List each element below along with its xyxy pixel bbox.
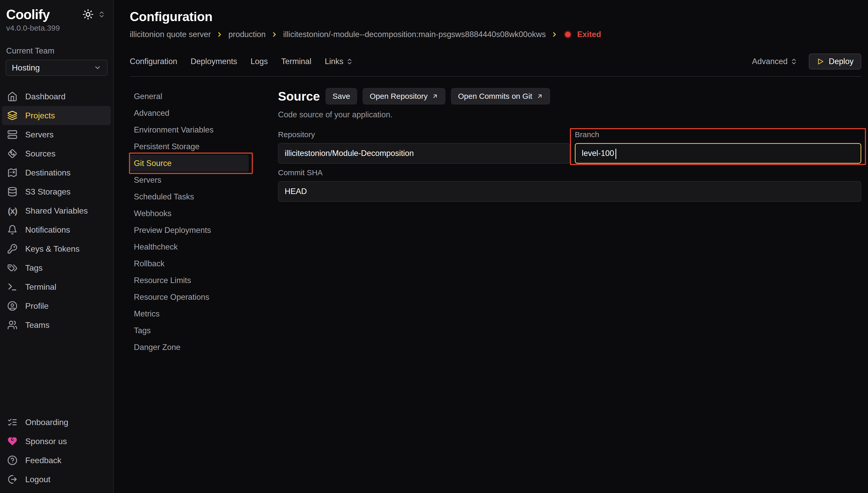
advanced-dropdown[interactable]: Advanced — [752, 57, 798, 66]
subnav-resource-operations[interactable]: Resource Operations — [130, 289, 249, 305]
sidebar-item-label: Projects — [25, 111, 55, 121]
sidebar-item-s3-storages[interactable]: S3 Storages — [2, 182, 111, 201]
source-section: Source Save Open Repository Open Commits… — [278, 88, 861, 493]
status-badge: Exited — [577, 30, 601, 39]
sidebar-item-notifications[interactable]: Notifications — [2, 220, 111, 239]
map-icon — [7, 168, 18, 178]
theme-updown-icon[interactable] — [98, 10, 106, 18]
sidebar-item-label: S3 Storages — [25, 187, 70, 197]
tab-terminal[interactable]: Terminal — [281, 57, 312, 66]
sidebar-item-destinations[interactable]: Destinations — [2, 163, 111, 182]
sidebar-item-feedback[interactable]: Feedback — [2, 451, 111, 470]
subnav-persistent-storage[interactable]: Persistent Storage — [130, 138, 249, 155]
app-logo: Coolify — [6, 8, 50, 21]
subnav-general[interactable]: General — [130, 88, 249, 105]
heart-icon — [7, 436, 18, 446]
source-heading: Source — [278, 89, 320, 103]
sidebar-item-projects[interactable]: Projects — [2, 106, 111, 125]
subnav-git-source[interactable]: Git Source — [130, 155, 249, 172]
external-link-icon — [536, 93, 543, 100]
subnav-metrics[interactable]: Metrics — [130, 305, 249, 322]
subnav-preview-deployments[interactable]: Preview Deployments — [130, 222, 249, 238]
sidebar: Coolify v4.0.0-beta.399 Current Team Hos… — [0, 0, 114, 493]
sidebar-item-label: Terminal — [25, 282, 56, 292]
subnav-healthcheck[interactable]: Healthcheck — [130, 238, 249, 255]
tab-bar: Configuration Deployments Logs Terminal … — [130, 53, 861, 69]
team-select[interactable]: Hosting — [6, 60, 108, 76]
sidebar-item-sources[interactable]: Sources — [2, 144, 111, 163]
subnav-tags[interactable]: Tags — [130, 322, 249, 339]
subnav-rollback[interactable]: Rollback — [130, 255, 249, 272]
tab-deployments[interactable]: Deployments — [190, 57, 237, 66]
subnav-environment-variables[interactable]: Environment Variables — [130, 122, 249, 138]
sidebar-item-keys-tokens[interactable]: Keys & Tokens — [2, 239, 111, 258]
server-icon — [7, 129, 18, 140]
commit-sha-input[interactable] — [278, 181, 861, 202]
sidebar-item-label: Shared Variables — [25, 206, 88, 216]
page-title: Configuration — [130, 9, 861, 24]
sidebar-item-label: Teams — [25, 320, 49, 330]
subnav-advanced[interactable]: Advanced — [130, 105, 249, 122]
sidebar-item-sponsor-us[interactable]: Sponsor us — [2, 432, 111, 451]
open-commits-button[interactable]: Open Commits on Git — [451, 88, 550, 105]
sidebar-item-onboarding[interactable]: Onboarding — [2, 413, 111, 432]
database-icon — [7, 187, 18, 197]
sidebar-item-logout[interactable]: Logout — [2, 470, 111, 489]
sidebar-item-label: Logout — [25, 475, 50, 484]
main-content: Configuration illicitonion quote server … — [114, 0, 868, 493]
status-dot-icon — [564, 30, 572, 39]
breadcrumb-environment[interactable]: production — [228, 30, 266, 39]
sidebar-item-label: Onboarding — [25, 417, 68, 427]
sidebar-item-label: Tags — [25, 263, 43, 273]
chevron-right-icon — [551, 31, 558, 38]
layers-icon — [7, 110, 18, 121]
current-team-label: Current Team — [6, 46, 113, 56]
sidebar-item-label: Keys & Tokens — [25, 244, 80, 254]
sidebar-item-label: Destinations — [25, 168, 70, 177]
commit-sha-label: Commit SHA — [278, 168, 861, 177]
branch-label: Branch — [575, 130, 861, 139]
sidebar-item-label: Notifications — [25, 225, 70, 235]
sidebar-item-shared-variables[interactable]: (x) Shared Variables — [2, 201, 111, 220]
sidebar-item-label: Feedback — [25, 456, 62, 465]
subnav-resource-limits[interactable]: Resource Limits — [130, 272, 249, 289]
checklist-icon — [7, 417, 18, 427]
sidebar-item-label: Servers — [25, 130, 54, 140]
users-icon — [7, 320, 18, 330]
home-icon — [7, 91, 18, 102]
branch-input[interactable] — [575, 143, 861, 164]
sidebar-item-dashboard[interactable]: Dashboard — [2, 87, 111, 106]
sidebar-item-profile[interactable]: Profile — [2, 296, 111, 316]
open-repository-label: Open Repository — [369, 92, 427, 101]
coolify-app: Coolify v4.0.0-beta.399 Current Team Hos… — [0, 0, 868, 493]
subnav-git-source-label: Git Source — [134, 159, 171, 168]
sidebar-item-servers[interactable]: Servers — [2, 125, 111, 144]
app-version: v4.0.0-beta.399 — [0, 21, 113, 33]
breadcrumb-application[interactable]: illicitestonion/-module--decomposition:m… — [283, 30, 546, 39]
user-circle-icon — [7, 301, 18, 311]
subnav-webhooks[interactable]: Webhooks — [130, 205, 249, 222]
chevrons-up-down-icon — [790, 58, 798, 65]
subnav-scheduled-tasks[interactable]: Scheduled Tasks — [130, 188, 249, 205]
theme-sun-icon[interactable] — [82, 9, 94, 20]
sidebar-item-label: Dashboard — [25, 92, 66, 101]
chevron-right-icon — [216, 31, 223, 38]
tab-links[interactable]: Links — [325, 57, 353, 66]
source-description: Code source of your application. — [278, 110, 861, 120]
subnav-danger-zone[interactable]: Danger Zone — [130, 339, 249, 356]
sidebar-item-label: Sponsor us — [25, 437, 67, 446]
deploy-button[interactable]: Deploy — [809, 53, 862, 69]
save-button[interactable]: Save — [326, 88, 357, 105]
open-repository-button[interactable]: Open Repository — [363, 88, 445, 105]
sidebar-item-terminal[interactable]: Terminal — [2, 277, 111, 296]
sidebar-item-tags[interactable]: Tags — [2, 258, 111, 277]
terminal-icon — [7, 282, 18, 292]
sidebar-item-label: Sources — [25, 149, 55, 158]
chevrons-up-down-icon — [346, 58, 353, 65]
repository-input[interactable] — [278, 143, 570, 164]
subnav-servers[interactable]: Servers — [130, 172, 249, 188]
tab-logs[interactable]: Logs — [251, 57, 268, 66]
breadcrumb-project[interactable]: illicitonion quote server — [130, 30, 211, 39]
sidebar-item-teams[interactable]: Teams — [2, 316, 111, 335]
tab-configuration[interactable]: Configuration — [130, 57, 177, 66]
